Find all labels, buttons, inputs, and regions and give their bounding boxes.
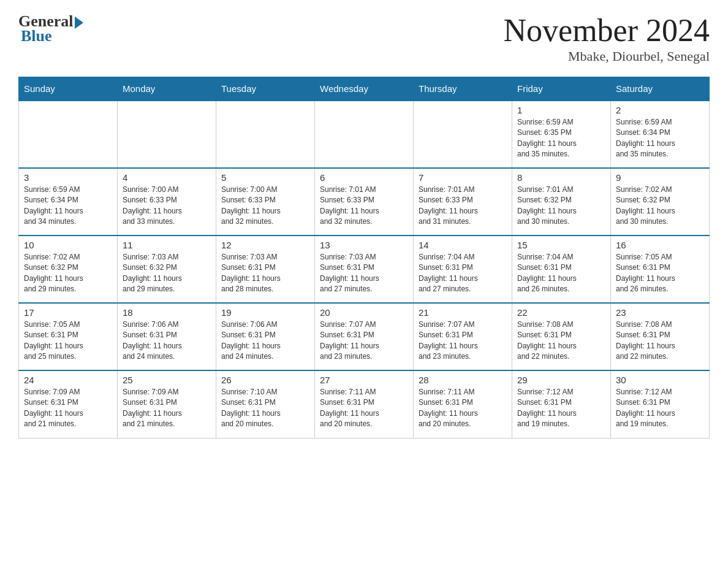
table-row: 25Sunrise: 7:09 AMSunset: 6:31 PMDayligh… bbox=[118, 370, 216, 438]
table-row: 1Sunrise: 6:59 AMSunset: 6:35 PMDaylight… bbox=[512, 101, 611, 168]
day-number: 23 bbox=[616, 307, 704, 318]
day-number: 5 bbox=[221, 172, 309, 183]
day-info: Sunrise: 6:59 AMSunset: 6:35 PMDaylight:… bbox=[517, 117, 605, 160]
day-info: Sunrise: 7:12 AMSunset: 6:31 PMDaylight:… bbox=[517, 387, 605, 430]
table-row: 5Sunrise: 7:00 AMSunset: 6:33 PMDaylight… bbox=[216, 168, 315, 236]
col-saturday: Saturday bbox=[611, 77, 710, 101]
day-number: 11 bbox=[123, 240, 211, 250]
day-number: 1 bbox=[517, 105, 605, 115]
day-number: 10 bbox=[24, 240, 112, 250]
day-number: 3 bbox=[24, 172, 112, 183]
day-number: 14 bbox=[419, 240, 507, 250]
day-number: 12 bbox=[221, 240, 309, 250]
table-row bbox=[118, 101, 216, 168]
day-number: 28 bbox=[419, 375, 507, 385]
calendar-week-row: 24Sunrise: 7:09 AMSunset: 6:31 PMDayligh… bbox=[19, 370, 710, 438]
day-number: 9 bbox=[616, 172, 704, 183]
day-info: Sunrise: 7:11 AMSunset: 6:31 PMDaylight:… bbox=[419, 387, 507, 430]
day-number: 6 bbox=[320, 172, 408, 183]
table-row: 22Sunrise: 7:08 AMSunset: 6:31 PMDayligh… bbox=[512, 303, 611, 370]
col-sunday: Sunday bbox=[19, 77, 118, 101]
table-row: 24Sunrise: 7:09 AMSunset: 6:31 PMDayligh… bbox=[19, 370, 118, 438]
day-number: 22 bbox=[517, 307, 605, 318]
table-row: 15Sunrise: 7:04 AMSunset: 6:31 PMDayligh… bbox=[512, 236, 611, 303]
day-info: Sunrise: 7:01 AMSunset: 6:32 PMDaylight:… bbox=[517, 185, 605, 228]
table-row bbox=[315, 101, 414, 168]
calendar-table: Sunday Monday Tuesday Wednesday Thursday… bbox=[18, 77, 710, 439]
day-number: 17 bbox=[24, 307, 112, 318]
calendar-week-row: 17Sunrise: 7:05 AMSunset: 6:31 PMDayligh… bbox=[19, 303, 710, 370]
logo-arrow-icon bbox=[75, 17, 83, 29]
table-row: 26Sunrise: 7:10 AMSunset: 6:31 PMDayligh… bbox=[216, 370, 315, 438]
day-number: 2 bbox=[616, 105, 704, 115]
table-row bbox=[414, 101, 512, 168]
day-number: 20 bbox=[320, 307, 408, 318]
table-row: 4Sunrise: 7:00 AMSunset: 6:33 PMDaylight… bbox=[118, 168, 216, 236]
day-number: 16 bbox=[616, 240, 704, 250]
day-number: 13 bbox=[320, 240, 408, 250]
table-row: 30Sunrise: 7:12 AMSunset: 6:31 PMDayligh… bbox=[611, 370, 710, 438]
table-row: 17Sunrise: 7:05 AMSunset: 6:31 PMDayligh… bbox=[19, 303, 118, 370]
day-info: Sunrise: 7:02 AMSunset: 6:32 PMDaylight:… bbox=[24, 252, 112, 295]
day-info: Sunrise: 7:11 AMSunset: 6:31 PMDaylight:… bbox=[320, 387, 408, 430]
day-info: Sunrise: 7:02 AMSunset: 6:32 PMDaylight:… bbox=[616, 185, 704, 228]
day-info: Sunrise: 7:00 AMSunset: 6:33 PMDaylight:… bbox=[123, 185, 211, 228]
table-row: 27Sunrise: 7:11 AMSunset: 6:31 PMDayligh… bbox=[315, 370, 414, 438]
logo-blue-text: Blue bbox=[21, 27, 52, 45]
day-number: 15 bbox=[517, 240, 605, 250]
day-info: Sunrise: 7:03 AMSunset: 6:31 PMDaylight:… bbox=[221, 252, 309, 295]
table-row: 28Sunrise: 7:11 AMSunset: 6:31 PMDayligh… bbox=[414, 370, 512, 438]
col-wednesday: Wednesday bbox=[315, 77, 414, 101]
table-row: 14Sunrise: 7:04 AMSunset: 6:31 PMDayligh… bbox=[414, 236, 512, 303]
day-number: 25 bbox=[123, 375, 211, 385]
day-number: 27 bbox=[320, 375, 408, 385]
logo: General Blue bbox=[18, 12, 83, 45]
day-number: 19 bbox=[221, 307, 309, 318]
day-info: Sunrise: 7:09 AMSunset: 6:31 PMDaylight:… bbox=[24, 387, 112, 430]
day-number: 8 bbox=[517, 172, 605, 183]
table-row: 11Sunrise: 7:03 AMSunset: 6:32 PMDayligh… bbox=[118, 236, 216, 303]
day-info: Sunrise: 7:06 AMSunset: 6:31 PMDaylight:… bbox=[123, 320, 211, 362]
table-row: 9Sunrise: 7:02 AMSunset: 6:32 PMDaylight… bbox=[611, 168, 710, 236]
day-info: Sunrise: 7:08 AMSunset: 6:31 PMDaylight:… bbox=[517, 320, 605, 362]
day-info: Sunrise: 7:03 AMSunset: 6:31 PMDaylight:… bbox=[320, 252, 408, 295]
day-info: Sunrise: 7:06 AMSunset: 6:31 PMDaylight:… bbox=[221, 320, 309, 362]
day-number: 4 bbox=[123, 172, 211, 183]
location-title: Mbake, Diourbel, Senegal bbox=[504, 48, 710, 64]
col-friday: Friday bbox=[512, 77, 611, 101]
day-info: Sunrise: 7:12 AMSunset: 6:31 PMDaylight:… bbox=[616, 387, 704, 430]
table-row bbox=[216, 101, 315, 168]
day-info: Sunrise: 7:00 AMSunset: 6:33 PMDaylight:… bbox=[221, 185, 309, 228]
day-info: Sunrise: 7:07 AMSunset: 6:31 PMDaylight:… bbox=[320, 320, 408, 362]
day-info: Sunrise: 7:01 AMSunset: 6:33 PMDaylight:… bbox=[320, 185, 408, 228]
table-row: 6Sunrise: 7:01 AMSunset: 6:33 PMDaylight… bbox=[315, 168, 414, 236]
table-row: 3Sunrise: 6:59 AMSunset: 6:34 PMDaylight… bbox=[19, 168, 118, 236]
day-info: Sunrise: 7:04 AMSunset: 6:31 PMDaylight:… bbox=[419, 252, 507, 295]
day-info: Sunrise: 7:03 AMSunset: 6:32 PMDaylight:… bbox=[123, 252, 211, 295]
table-row: 8Sunrise: 7:01 AMSunset: 6:32 PMDaylight… bbox=[512, 168, 611, 236]
day-number: 26 bbox=[221, 375, 309, 385]
day-number: 29 bbox=[517, 375, 605, 385]
calendar-week-row: 1Sunrise: 6:59 AMSunset: 6:35 PMDaylight… bbox=[19, 101, 710, 168]
day-info: Sunrise: 7:01 AMSunset: 6:33 PMDaylight:… bbox=[419, 185, 507, 228]
calendar-week-row: 10Sunrise: 7:02 AMSunset: 6:32 PMDayligh… bbox=[19, 236, 710, 303]
day-info: Sunrise: 7:04 AMSunset: 6:31 PMDaylight:… bbox=[517, 252, 605, 295]
day-number: 18 bbox=[123, 307, 211, 318]
table-row: 10Sunrise: 7:02 AMSunset: 6:32 PMDayligh… bbox=[19, 236, 118, 303]
day-info: Sunrise: 7:08 AMSunset: 6:31 PMDaylight:… bbox=[616, 320, 704, 362]
title-block: November 2024 Mbake, Diourbel, Senegal bbox=[504, 12, 710, 64]
table-row: 13Sunrise: 7:03 AMSunset: 6:31 PMDayligh… bbox=[315, 236, 414, 303]
day-info: Sunrise: 6:59 AMSunset: 6:34 PMDaylight:… bbox=[24, 185, 112, 228]
day-info: Sunrise: 7:10 AMSunset: 6:31 PMDaylight:… bbox=[221, 387, 309, 430]
calendar-week-row: 3Sunrise: 6:59 AMSunset: 6:34 PMDaylight… bbox=[19, 168, 710, 236]
table-row: 7Sunrise: 7:01 AMSunset: 6:33 PMDaylight… bbox=[414, 168, 512, 236]
table-row: 19Sunrise: 7:06 AMSunset: 6:31 PMDayligh… bbox=[216, 303, 315, 370]
table-row: 23Sunrise: 7:08 AMSunset: 6:31 PMDayligh… bbox=[611, 303, 710, 370]
table-row: 20Sunrise: 7:07 AMSunset: 6:31 PMDayligh… bbox=[315, 303, 414, 370]
day-info: Sunrise: 6:59 AMSunset: 6:34 PMDaylight:… bbox=[616, 117, 704, 160]
day-info: Sunrise: 7:05 AMSunset: 6:31 PMDaylight:… bbox=[616, 252, 704, 295]
col-monday: Monday bbox=[118, 77, 216, 101]
table-row: 29Sunrise: 7:12 AMSunset: 6:31 PMDayligh… bbox=[512, 370, 611, 438]
day-info: Sunrise: 7:05 AMSunset: 6:31 PMDaylight:… bbox=[24, 320, 112, 362]
day-number: 7 bbox=[419, 172, 507, 183]
